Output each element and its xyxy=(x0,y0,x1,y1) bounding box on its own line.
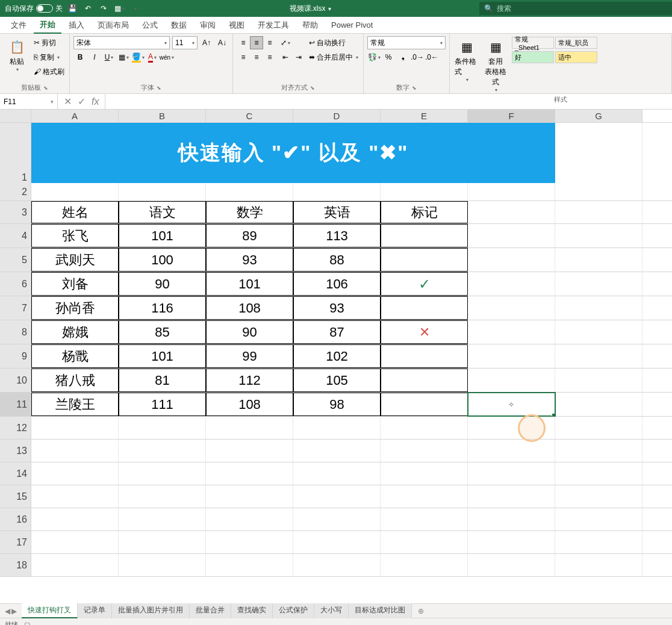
row-header-3[interactable]: 3 xyxy=(0,201,31,223)
col-header-E[interactable]: E xyxy=(381,110,468,122)
increase-font-icon[interactable]: A↑ xyxy=(200,36,213,49)
redo-icon[interactable]: ↷ xyxy=(98,2,110,14)
decrease-font-icon[interactable]: A↓ xyxy=(216,36,229,49)
cell-C11[interactable]: 108 xyxy=(206,393,293,416)
col-header-B[interactable]: B xyxy=(119,110,206,122)
cell-F10[interactable] xyxy=(468,368,555,392)
cell-B8[interactable]: 85 xyxy=(119,320,206,344)
cell-E9[interactable] xyxy=(381,344,468,368)
search-box[interactable]: 🔍 搜索 xyxy=(479,2,672,15)
header-chinese[interactable]: 语文 xyxy=(119,201,206,223)
alignment-launcher-icon[interactable]: ⬊ xyxy=(310,85,315,91)
row-header-9[interactable]: 9 xyxy=(0,344,31,368)
decrease-indent-icon[interactable]: ⇤ xyxy=(279,51,292,64)
row-header-12[interactable]: 12 xyxy=(0,417,31,439)
row-header-11[interactable]: 11 xyxy=(0,393,31,416)
tab-developer[interactable]: 开发工具 xyxy=(252,17,295,33)
cell-E6[interactable]: ✓ xyxy=(381,272,468,296)
macro-record-icon[interactable]: ▢ xyxy=(24,621,30,625)
cell-G11[interactable] xyxy=(555,393,642,416)
cell-C8[interactable]: 90 xyxy=(206,320,293,344)
sheet-tab-1[interactable]: 记录单 xyxy=(78,603,112,618)
cell-D4[interactable]: 113 xyxy=(293,224,381,247)
font-launcher-icon[interactable]: ⬊ xyxy=(157,85,161,91)
name-box[interactable]: F11 ▾ xyxy=(0,94,58,109)
comma-format-icon[interactable]: ❟ xyxy=(396,51,409,64)
cell-G1[interactable] xyxy=(555,123,642,183)
merge-center-button[interactable]: ⬌合并后居中▾ xyxy=(308,51,359,64)
row-header-17[interactable]: 17 xyxy=(0,531,31,553)
qat-more-icon[interactable]: ▦▾ xyxy=(113,2,125,14)
cell-A7[interactable]: 孙尚香 xyxy=(31,296,119,320)
tab-review[interactable]: 审阅 xyxy=(194,17,222,33)
cell-D11[interactable]: 98 xyxy=(293,393,381,416)
paste-button[interactable]: 📋 粘贴 ▾ xyxy=(4,36,30,73)
name-box-dropdown-icon[interactable]: ▾ xyxy=(51,99,54,105)
header-math[interactable]: 数学 xyxy=(206,201,293,223)
align-top-icon[interactable]: ≡ xyxy=(237,36,250,49)
copy-button[interactable]: ⎘复制▾ xyxy=(33,51,66,64)
save-icon[interactable]: 💾 xyxy=(66,2,78,14)
tab-view[interactable]: 视图 xyxy=(223,17,250,33)
tab-insert[interactable]: 插入 xyxy=(63,17,90,33)
banner-cell[interactable]: 快速输入 "✔" 以及 "✖" xyxy=(31,123,555,183)
cell-F8[interactable] xyxy=(468,320,555,344)
sheet-tab-7[interactable]: 目标达成对比图 xyxy=(349,603,412,618)
cell-B7[interactable]: 116 xyxy=(119,296,206,320)
enter-formula-icon[interactable]: ✓ xyxy=(78,96,86,107)
sheet-tab-2[interactable]: 批量插入图片并引用 xyxy=(112,603,190,618)
header-mark[interactable]: 标记 xyxy=(381,201,468,223)
wrap-text-button[interactable]: ↩自动换行 xyxy=(308,36,359,49)
clipboard-launcher-icon[interactable]: ⬊ xyxy=(43,85,48,91)
cell-style-good[interactable]: 好 xyxy=(512,51,554,63)
tab-page-layout[interactable]: 页面布局 xyxy=(92,17,135,33)
borders-button[interactable]: ▦▾ xyxy=(117,51,130,64)
sheet-tab-4[interactable]: 查找确实 xyxy=(231,603,273,618)
cell-F4[interactable] xyxy=(468,224,555,247)
cell-G9[interactable] xyxy=(555,344,642,368)
spreadsheet-grid[interactable]: A B C D E F G 1 快速输入 "✔" 以及 "✖" 2 3 姓名 语… xyxy=(0,110,672,603)
cell-C6[interactable]: 101 xyxy=(206,272,293,296)
cell-F7[interactable] xyxy=(468,296,555,320)
tab-data[interactable]: 数据 xyxy=(165,17,193,33)
percent-format-icon[interactable]: % xyxy=(382,51,395,64)
header-english[interactable]: 英语 xyxy=(293,201,381,223)
cell-D7[interactable]: 93 xyxy=(293,296,381,320)
cell-C9[interactable]: 99 xyxy=(206,344,293,368)
font-name-combo[interactable]: 宋体▾ xyxy=(73,36,170,49)
cell-D9[interactable]: 102 xyxy=(293,344,381,368)
row-header-6[interactable]: 6 xyxy=(0,272,31,296)
phonetic-button[interactable]: wén▾ xyxy=(160,51,173,64)
cell-C7[interactable]: 108 xyxy=(206,296,293,320)
cell-E10[interactable] xyxy=(381,368,468,392)
align-middle-icon[interactable]: ≡ xyxy=(250,36,263,49)
cell-E4[interactable] xyxy=(381,224,468,247)
number-format-combo[interactable]: 常规▾ xyxy=(367,36,446,49)
select-all-corner[interactable] xyxy=(0,110,31,122)
cell-E7[interactable] xyxy=(381,296,468,320)
sheet-nav-next-icon[interactable]: ▶ xyxy=(11,607,17,615)
cell-style-2[interactable]: 常规_职员 xyxy=(555,37,597,49)
row-header-13[interactable]: 13 xyxy=(0,440,31,462)
cell-E8[interactable]: ✕ xyxy=(381,320,468,344)
cell-G4[interactable] xyxy=(555,224,642,247)
cell-G7[interactable] xyxy=(555,296,642,320)
cell-G5[interactable] xyxy=(555,248,642,272)
italic-button[interactable]: I xyxy=(88,51,101,64)
sheet-nav-prev-icon[interactable]: ◀ xyxy=(5,607,10,615)
col-header-C[interactable]: C xyxy=(206,110,293,122)
row-header-1[interactable]: 1 xyxy=(0,123,31,183)
cell-D6[interactable]: 106 xyxy=(293,272,381,296)
cell-style-1[interactable]: 常规_Sheet1 xyxy=(512,37,554,49)
header-name[interactable]: 姓名 xyxy=(31,201,119,223)
format-painter-button[interactable]: 🖌格式刷 xyxy=(33,65,66,78)
cell-A9[interactable]: 杨戬 xyxy=(31,344,119,368)
tab-help[interactable]: 帮助 xyxy=(296,17,324,33)
cell-F5[interactable] xyxy=(468,248,555,272)
conditional-format-button[interactable]: ▦ 条件格式▾ xyxy=(453,36,480,84)
cell-C10[interactable]: 112 xyxy=(206,368,293,392)
col-header-F[interactable]: F xyxy=(468,110,555,122)
cell-F9[interactable] xyxy=(468,344,555,368)
cell-A11[interactable]: 兰陵王 xyxy=(31,393,119,416)
row-header-16[interactable]: 16 xyxy=(0,508,31,530)
